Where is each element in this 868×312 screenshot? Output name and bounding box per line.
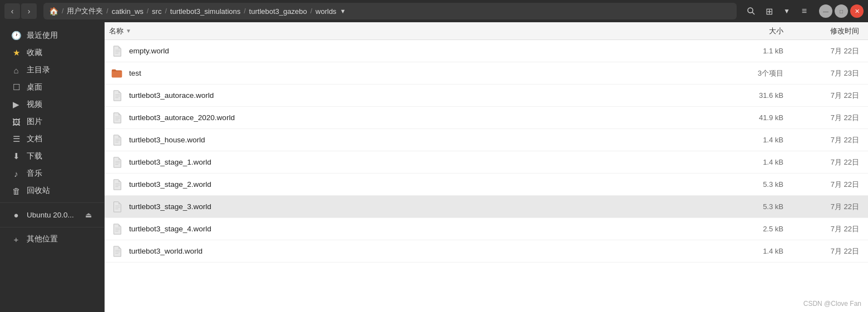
file-modified: 7月 23日 xyxy=(797,68,864,78)
file-modified: 7月 22日 xyxy=(797,224,864,234)
desktop-icon: ☐ xyxy=(11,82,21,92)
file-modified: 7月 22日 xyxy=(797,135,864,145)
file-size: 5.3 kB xyxy=(730,180,797,189)
trash-icon: 🗑 xyxy=(11,186,21,196)
breadcrumb-bar: 🏠 / 用户文件夹 / catkin_ws / src / turtlebot3… xyxy=(43,3,737,19)
file-name: test xyxy=(129,69,730,77)
table-row[interactable]: turtlebot3_autorace.world31.6 kB7月 22日 xyxy=(105,85,868,107)
file-name: turtlebot3_autorace.world xyxy=(129,91,730,100)
add-icon: + xyxy=(11,235,21,244)
file-size: 2.5 kB xyxy=(730,225,797,233)
breadcrumb-src[interactable]: src xyxy=(150,6,164,17)
table-row[interactable]: turtlebot3_stage_2.world5.3 kB7月 22日 xyxy=(105,174,868,196)
file-modified: 7月 22日 xyxy=(797,246,864,256)
documents-icon: ☰ xyxy=(11,134,21,144)
sidebar-label-desktop: 桌面 xyxy=(27,82,93,92)
breadcrumb-catkin[interactable]: catkin_ws xyxy=(110,6,146,17)
hamburger-icon: ≡ xyxy=(802,6,807,16)
table-row[interactable]: turtlebot3_stage_1.world1.4 kB7月 22日 xyxy=(105,151,868,174)
table-row[interactable]: turtlebot3_world.world1.4 kB7月 22日 xyxy=(105,240,868,263)
watermark: CSDN @Clove Fan xyxy=(803,300,861,308)
table-row[interactable]: empty.world1.1 kB7月 22日 xyxy=(105,40,868,62)
file-list: empty.world1.1 kB7月 22日 test3个项目7月 23日 t… xyxy=(105,40,868,312)
home-icon[interactable]: 🏠 xyxy=(49,7,58,16)
file-modified: 7月 22日 xyxy=(797,91,864,101)
file-name: turtlebot3_autorace_2020.world xyxy=(129,113,730,122)
sidebar-item-pictures[interactable]: 🖼 图片 xyxy=(2,113,102,130)
nav-buttons: ‹ › xyxy=(4,3,37,19)
table-row[interactable]: turtlebot3_stage_3.world5.3 kB7月 22日 xyxy=(105,196,868,218)
file-size: 31.6 kB xyxy=(730,91,797,100)
table-row[interactable]: turtlebot3_stage_4.world2.5 kB7月 22日 xyxy=(105,218,868,240)
sidebar-item-desktop[interactable]: ☐ 桌面 xyxy=(2,79,102,96)
table-row[interactable]: turtlebot3_autorace_2020.world41.9 kB7月 … xyxy=(105,107,868,129)
breadcrumb-sims[interactable]: turtlebot3_simulations xyxy=(168,6,243,17)
sidebar-item-trash[interactable]: 🗑 回收站 xyxy=(2,182,102,199)
sidebar-item-videos[interactable]: ▶ 视频 xyxy=(2,96,102,113)
sep-2: / xyxy=(147,7,149,15)
sidebar-item-downloads[interactable]: ⬇ 下载 xyxy=(2,148,102,165)
sidebar-item-home[interactable]: ⌂ 主目录 xyxy=(2,62,102,78)
sidebar-label-recent: 最近使用 xyxy=(27,31,93,41)
file-size: 1.4 kB xyxy=(730,247,797,255)
sidebar-item-other[interactable]: + 其他位置 xyxy=(2,231,102,247)
sidebar-item-music[interactable]: ♪ 音乐 xyxy=(2,165,102,182)
file-icon xyxy=(109,155,125,170)
sidebar-item-documents[interactable]: ☰ 文档 xyxy=(2,131,102,147)
forward-button[interactable]: › xyxy=(21,3,37,19)
dropdown-icon: ▼ xyxy=(783,7,790,15)
table-row[interactable]: turtlebot3_house.world1.4 kB7月 22日 xyxy=(105,129,868,151)
breadcrumb-gazebo[interactable]: turtlebot3_gazebo xyxy=(247,6,309,17)
file-icon xyxy=(109,244,125,259)
file-modified: 7月 22日 xyxy=(797,46,864,56)
sep-5: / xyxy=(310,7,312,15)
file-icon xyxy=(109,43,125,59)
folder-icon xyxy=(109,66,125,81)
sidebar-label-pictures: 图片 xyxy=(27,117,93,127)
file-name: turtlebot3_house.world xyxy=(129,136,730,144)
file-list-header: 名称 ▼ 大小 修改时间 xyxy=(105,22,868,40)
sidebar-label-trash: 回收站 xyxy=(27,186,93,196)
search-button[interactable] xyxy=(743,3,759,19)
file-name: turtlebot3_stage_3.world xyxy=(129,202,730,211)
close-button[interactable]: ✕ xyxy=(850,4,864,18)
menu-button[interactable]: ≡ xyxy=(797,3,812,19)
file-size: 3个项目 xyxy=(730,68,797,78)
titlebar-actions: ⊞ ▼ ≡ xyxy=(743,3,812,19)
view-dropdown-button[interactable]: ▼ xyxy=(779,3,795,19)
maximize-button[interactable]: □ xyxy=(835,4,848,18)
breadcrumb-home[interactable]: 用户文件夹 xyxy=(65,5,105,17)
file-name: turtlebot3_stage_4.world xyxy=(129,225,730,233)
sidebar-item-recent[interactable]: 🕐 最近使用 xyxy=(2,27,102,44)
file-list-area: 名称 ▼ 大小 修改时间 empty.world1.1 kB7月 22日 tes… xyxy=(105,22,868,312)
sidebar-label-favorites: 收藏 xyxy=(27,48,93,58)
breadcrumb-dropdown-icon[interactable]: ▼ xyxy=(340,8,346,14)
music-icon: ♪ xyxy=(11,169,21,179)
sidebar-item-favorites[interactable]: ★ 收藏 xyxy=(2,44,102,61)
file-size: 1.4 kB xyxy=(730,158,797,166)
sidebar-label-home: 主目录 xyxy=(27,65,93,75)
minimize-button[interactable]: — xyxy=(819,4,832,18)
sep-1: / xyxy=(106,7,108,15)
table-row[interactable]: test3个项目7月 23日 xyxy=(105,62,868,85)
file-icon xyxy=(109,132,125,148)
sidebar-label-downloads: 下载 xyxy=(27,151,93,161)
file-size: 1.4 kB xyxy=(730,136,797,144)
house-icon: ⌂ xyxy=(11,66,21,75)
video-icon: ▶ xyxy=(11,100,21,110)
sidebar-label-drive: Ubuntu 20.0... xyxy=(27,211,78,219)
sidebar-label-music: 音乐 xyxy=(27,169,93,179)
file-name: empty.world xyxy=(129,47,730,55)
sidebar-label-documents: 文档 xyxy=(27,134,93,144)
view-toggle-button[interactable]: ⊞ xyxy=(761,3,777,19)
column-name[interactable]: 名称 ▼ xyxy=(109,26,730,36)
sidebar-item-drive[interactable]: ● Ubuntu 20.0... ⏏ xyxy=(2,206,102,224)
column-modified[interactable]: 修改时间 xyxy=(797,26,864,36)
sidebar: 🕐 最近使用 ★ 收藏 ⌂ 主目录 ☐ 桌面 ▶ 视频 🖼 图片 ☰ 文档 ⬇ xyxy=(0,22,105,312)
back-button[interactable]: ‹ xyxy=(4,3,20,19)
column-size[interactable]: 大小 xyxy=(730,26,797,36)
file-icon xyxy=(109,199,125,215)
breadcrumb-worlds[interactable]: worlds xyxy=(313,6,339,17)
eject-button[interactable]: ⏏ xyxy=(84,210,93,220)
sort-icon: ▼ xyxy=(126,28,131,34)
